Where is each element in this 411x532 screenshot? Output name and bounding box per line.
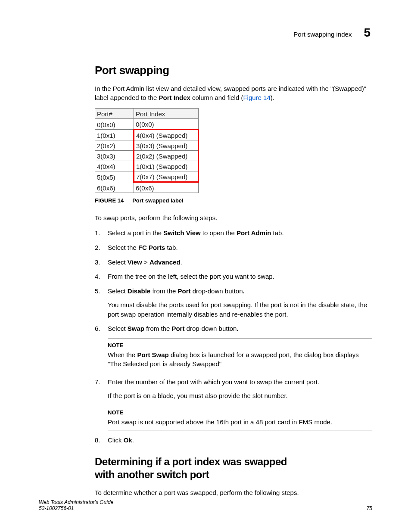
step-text: tab. bbox=[165, 244, 177, 251]
step-text: Select bbox=[108, 287, 128, 295]
step-text: . bbox=[181, 258, 182, 266]
figure-caption-text: Port swapped label bbox=[132, 197, 183, 204]
step-bold: Port bbox=[178, 287, 191, 295]
step-text: Enter the number of the port with which … bbox=[108, 378, 319, 386]
cell-port: 6(0x6) bbox=[95, 182, 134, 193]
intro-bold: Port Index bbox=[159, 94, 190, 101]
figure-label: FIGURE 14 bbox=[95, 197, 124, 204]
step-1: Select a port in the Switch View to open… bbox=[95, 228, 372, 238]
th-port: Port# bbox=[95, 109, 134, 119]
step-2: Select the FC Ports tab. bbox=[95, 243, 372, 252]
step-text: to open the bbox=[201, 229, 237, 236]
table-row: 6(0x6) 6(0x6) bbox=[95, 182, 199, 193]
cell-index: 6(0x6) bbox=[134, 182, 199, 193]
cell-port: 5(0x5) bbox=[95, 171, 134, 182]
page-number: 75 bbox=[367, 505, 372, 511]
step-bold: Disable bbox=[128, 287, 150, 295]
note-label: NOTE bbox=[108, 409, 372, 417]
step-subtext: If the port is on a blade, you must also… bbox=[108, 391, 372, 401]
step-text: tab. bbox=[271, 229, 283, 236]
note-label: NOTE bbox=[108, 342, 372, 349]
section-title-determining: Determining if a port index was swapped … bbox=[95, 455, 372, 481]
page-content: Port swapping In the Port Admin list vie… bbox=[95, 64, 372, 497]
step-subtext: You must disable the ports used for port… bbox=[108, 300, 372, 319]
cell-port: 1(0x1) bbox=[95, 130, 134, 140]
header-section-name: Port swapping index bbox=[293, 31, 352, 38]
step-text: Select the bbox=[108, 244, 138, 251]
cell-port: 2(0x2) bbox=[95, 140, 134, 151]
table-row: 1(0x1) 4(0x4) (Swapped) bbox=[95, 130, 199, 140]
cell-index: 7(0x7) (Swapped) bbox=[134, 171, 199, 182]
table-row: 2(0x2) 3(0x3) (Swapped) bbox=[95, 140, 199, 151]
page-header: Port swapping index 5 bbox=[39, 26, 372, 40]
footer-left: Web Tools Administrator's Guide 53-10027… bbox=[39, 499, 113, 511]
note-text: Port swap is not supported above the 16t… bbox=[108, 418, 332, 426]
step-bold: Port bbox=[171, 325, 184, 332]
step-text: . bbox=[132, 436, 134, 444]
figure-caption: FIGURE 14Port swapped label bbox=[95, 197, 372, 204]
section2-intro: To determine whether a port was swapped,… bbox=[95, 488, 372, 497]
step-bold: View bbox=[128, 258, 142, 266]
figure-link[interactable]: Figure 14 bbox=[243, 94, 270, 101]
step-text: drop-down button bbox=[191, 287, 243, 295]
step-4: From the tree on the left, select the po… bbox=[95, 272, 372, 281]
footer-doc-number: 53-1002756-01 bbox=[39, 505, 113, 511]
table-row: 3(0x3) 2(0x2) (Swapped) bbox=[95, 151, 199, 161]
cell-index: 4(0x4) (Swapped) bbox=[134, 130, 199, 140]
port-swap-table: Port# Port Index 0(0x0) 0(0x0) 1(0x1) 4(… bbox=[95, 108, 199, 193]
step-7: Enter the number of the port with which … bbox=[95, 377, 372, 430]
steps-list: Select a port in the Switch View to open… bbox=[95, 228, 372, 445]
step-bold: Port Admin bbox=[237, 229, 271, 236]
step-6: Select Swap from the Port drop-down butt… bbox=[95, 324, 372, 372]
subsection-line2: with another switch port bbox=[95, 469, 209, 480]
th-index: Port Index bbox=[134, 109, 199, 119]
section-title-port-swapping: Port swapping bbox=[95, 64, 372, 77]
note-block: NOTE When the Port Swap dialog box is la… bbox=[108, 339, 372, 372]
step-3: Select View > Advanced. bbox=[95, 258, 372, 267]
step-text: from the bbox=[144, 325, 171, 332]
step-text: > bbox=[142, 258, 149, 266]
step-bold: Switch View bbox=[163, 229, 200, 236]
step-bold: Advanced bbox=[149, 258, 181, 266]
intro-text-b: column and field ( bbox=[190, 94, 243, 101]
cell-port: 0(0x0) bbox=[95, 119, 134, 130]
footer-doc-title: Web Tools Administrator's Guide bbox=[39, 499, 113, 505]
step-text: Select bbox=[108, 325, 128, 332]
step-5: Select Disable from the Port drop-down b… bbox=[95, 286, 372, 319]
note-block: NOTE Port swap is not supported above th… bbox=[108, 406, 372, 430]
step-text: Select a port in the bbox=[108, 229, 163, 236]
step-text: from the bbox=[150, 287, 177, 295]
cell-index: 0(0x0) bbox=[134, 119, 199, 130]
intro-paragraph: In the Port Admin list view and detailed… bbox=[95, 84, 372, 102]
step-bold: Swap bbox=[128, 325, 144, 332]
table-row: 4(0x4) 1(0x1) (Swapped) bbox=[95, 161, 199, 171]
step-bold: Ok bbox=[124, 436, 132, 444]
note-bold: Port Swap bbox=[137, 351, 168, 358]
cell-index: 1(0x1) (Swapped) bbox=[134, 161, 199, 171]
cell-port: 3(0x3) bbox=[95, 151, 134, 161]
step-text: drop-down button bbox=[184, 325, 237, 332]
step-bold: FC Ports bbox=[138, 244, 165, 251]
cell-port: 4(0x4) bbox=[95, 161, 134, 171]
cell-index: 2(0x2) (Swapped) bbox=[134, 151, 199, 161]
table-header-row: Port# Port Index bbox=[95, 109, 199, 119]
table-row: 5(0x5) 7(0x7) (Swapped) bbox=[95, 171, 199, 182]
table-row: 0(0x0) 0(0x0) bbox=[95, 119, 199, 130]
step-text: Click bbox=[108, 436, 124, 444]
step-8: Click Ok. bbox=[95, 436, 372, 445]
intro-text-c: ). bbox=[271, 94, 274, 101]
subsection-line1: Determining if a port index was swapped bbox=[95, 456, 287, 467]
note-text: When the bbox=[108, 351, 137, 358]
steps-intro: To swap ports, perform the following ste… bbox=[95, 213, 372, 222]
step-text: Select bbox=[108, 258, 128, 266]
page-footer: Web Tools Administrator's Guide 53-10027… bbox=[39, 499, 372, 511]
cell-index: 3(0x3) (Swapped) bbox=[134, 140, 199, 151]
chapter-number: 5 bbox=[364, 26, 371, 40]
